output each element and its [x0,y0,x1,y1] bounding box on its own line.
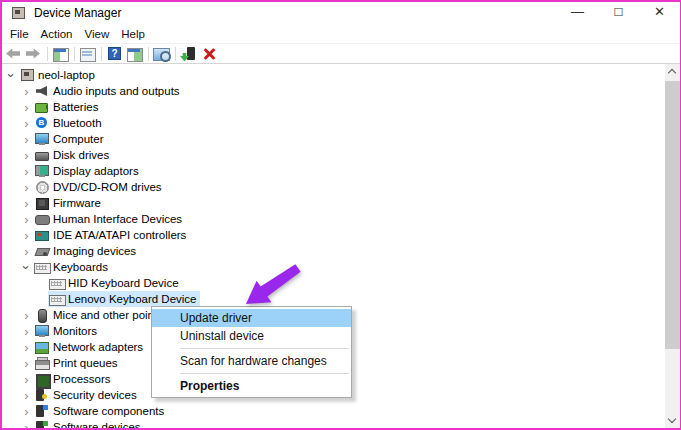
tree-item-bluetooth[interactable]: › Bluetooth [2,115,680,131]
show-console-tree-icon[interactable] [52,46,70,62]
tree-item-software-devices[interactable]: › Software devices [2,419,680,428]
tree-item-label: Computer [53,133,104,145]
menu-file[interactable]: File [4,28,35,40]
keyboard-icon [49,277,65,289]
chevron-icon[interactable]: › [20,182,33,193]
bt-icon [34,117,50,129]
tree-item-keyboards[interactable]: › Keyboards [2,259,680,275]
tree-item-label: Lenovo Keyboard Device [68,293,197,305]
properties-icon[interactable] [79,46,97,62]
tree-item-firmware[interactable]: › Firmware [2,195,680,211]
toolbar: ? [2,44,680,64]
vertical-scrollbar[interactable] [665,64,680,428]
scroll-up-icon[interactable] [668,69,676,77]
menu-item-properties[interactable]: Properties [152,377,351,395]
tree-item-disk-drives[interactable]: › Disk drives [2,147,680,163]
back-icon[interactable] [5,46,23,62]
keyboard-icon [34,261,50,273]
chevron-icon[interactable]: › [20,390,33,401]
tree-item-label: Monitors [53,325,97,337]
chevron-icon[interactable]: › [20,406,33,417]
disk-icon [34,149,50,161]
chevron-icon[interactable]: › [20,214,33,225]
minimize-button[interactable]: — [557,2,598,24]
selected-item-highlight: Lenovo Keyboard Device [48,291,200,307]
chevron-icon[interactable]: › [20,86,33,97]
chevron-icon[interactable]: › [20,246,33,257]
titlebar: Device Manager — ☐ ✕ [2,2,680,24]
menu-item-uninstall-device[interactable]: Uninstall device [152,327,351,345]
chevron-icon[interactable]: › [20,150,33,161]
dvd-icon [34,181,50,193]
tree-item-label: Software components [53,405,164,417]
chevron-icon[interactable]: › [6,69,17,82]
menu-view[interactable]: View [79,28,116,40]
tree-item-software-components[interactable]: › Software components [2,403,680,419]
chevron-icon[interactable]: › [20,198,33,209]
tree-item-label: Batteries [53,101,98,113]
chevron-icon[interactable]: › [20,230,33,241]
tree-item-imaging-devices[interactable]: › Imaging devices [2,243,680,259]
menu-item-scan-for-hardware-changes[interactable]: Scan for hardware changes [152,352,351,370]
chevron-icon[interactable]: › [20,102,33,113]
scan-hardware-changes-icon[interactable] [153,46,171,62]
hid-icon [34,213,50,225]
chevron-icon[interactable]: › [20,342,33,353]
battery-icon [34,101,50,113]
tree-item-label: Software devices [53,421,141,428]
tree-item-batteries[interactable]: › Batteries [2,99,680,115]
security-icon [34,389,50,401]
update-driver-icon[interactable] [180,46,198,62]
chevron-icon[interactable]: › [20,118,33,129]
chevron-icon[interactable]: › [20,134,33,145]
uninstall-device-icon[interactable] [200,46,218,62]
device-manager-app-icon [10,7,26,19]
toolbar-separator [74,47,75,61]
annotation-arrow [238,256,308,314]
cpu-icon [34,373,50,385]
scroll-down-icon[interactable] [668,415,676,423]
menu-action[interactable]: Action [35,28,79,40]
tree-item-computer[interactable]: › Computer [2,131,680,147]
tree-item-ide-ata-atapi-controllers[interactable]: › IDE ATA/ATAPI controllers [2,227,680,243]
chevron-icon[interactable]: › [20,310,33,321]
tree-item-label: HID Keyboard Device [68,277,179,289]
chevron-icon[interactable]: › [21,261,32,274]
chevron-icon[interactable]: › [20,166,33,177]
scrollbar-thumb[interactable] [665,81,680,349]
tree-panel: › neol-laptop › Audio inputs and outputs… [2,64,680,428]
tree-item-hid-keyboard-device[interactable]: › HID Keyboard Device [2,275,680,291]
mouse-icon [34,309,50,321]
chevron-icon[interactable]: › [20,326,33,337]
forward-icon[interactable] [25,46,43,62]
tree-item-label: Display adaptors [53,165,139,177]
ide-icon [34,229,50,241]
menubar: FileActionViewHelp [2,24,680,44]
toolbar-separator [175,47,176,61]
chevron-icon[interactable]: › [20,374,33,385]
chevron-icon[interactable]: › [20,422,33,429]
tree-item-label: Firmware [53,197,101,209]
chevron-icon[interactable]: › [20,358,33,369]
softcomp-icon [34,405,50,417]
tree-item-label: Bluetooth [53,117,102,129]
printer-icon [34,357,50,369]
maximize-button[interactable]: ☐ [598,2,639,24]
toolbar-separator [101,47,102,61]
tree-item-audio-inputs-and-outputs[interactable]: › Audio inputs and outputs [2,83,680,99]
action-pane-icon[interactable] [126,46,144,62]
network-icon [34,341,50,353]
tree-item-label: Disk drives [53,149,109,161]
tree-item-lenovo-keyboard-device[interactable]: › Lenovo Keyboard Device [2,291,680,307]
menu-help[interactable]: Help [115,28,151,40]
tree-item-label: Human Interface Devices [53,213,182,225]
tree-item-human-interface-devices[interactable]: › Human Interface Devices [2,211,680,227]
window-title: Device Manager [34,6,121,20]
tree-item-display-adaptors[interactable]: › Display adaptors [2,163,680,179]
tree-item-dvd-cd-rom-drives[interactable]: › DVD/CD-ROM drives [2,179,680,195]
help-icon[interactable]: ? [106,46,124,62]
tree-item-label: Audio inputs and outputs [53,85,180,97]
speaker-icon [34,85,50,97]
tree-item-neol-laptop[interactable]: › neol-laptop [2,67,680,83]
close-button[interactable]: ✕ [639,2,680,24]
